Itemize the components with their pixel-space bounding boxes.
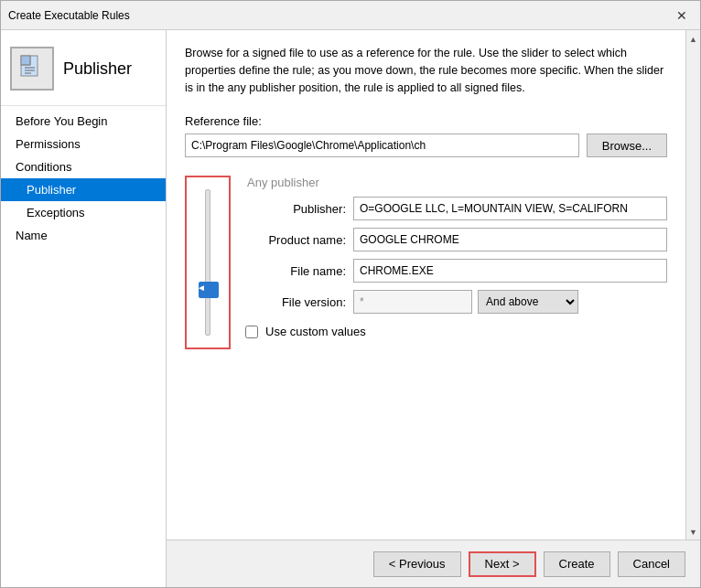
custom-values-checkbox[interactable]: [245, 326, 258, 338]
custom-values-label: Use custom values: [265, 325, 366, 338]
scroll-up-arrow[interactable]: ▲: [689, 32, 697, 47]
window-title: Create Executable Rules: [8, 9, 671, 22]
title-bar: Create Executable Rules ✕: [1, 1, 700, 30]
file-name-input[interactable]: [353, 259, 667, 283]
file-version-input[interactable]: [353, 290, 472, 314]
browse-button[interactable]: Browse...: [587, 134, 667, 157]
scrollbar[interactable]: ▲ ▼: [685, 30, 700, 540]
slider-container: [185, 176, 231, 349]
document-icon: [17, 54, 47, 83]
create-button[interactable]: Create: [544, 551, 610, 577]
sidebar-header: Publisher: [1, 37, 166, 106]
slider-thumb[interactable]: [199, 282, 219, 298]
sidebar-item-before-you-begin[interactable]: Before You Begin: [1, 110, 166, 133]
sidebar-item-conditions[interactable]: Conditions: [1, 155, 166, 178]
cancel-button[interactable]: Cancel: [618, 551, 685, 577]
content-area: Publisher Before You Begin Permissions C…: [1, 30, 700, 587]
svg-rect-1: [21, 56, 30, 65]
publisher-field-row: Publisher:: [245, 197, 667, 220]
version-row: And above And below Exactly: [353, 290, 578, 314]
sidebar-item-publisher[interactable]: Publisher: [1, 178, 166, 201]
fields-area: Any publisher Publisher: Product name: F: [245, 176, 667, 349]
product-name-input[interactable]: [353, 228, 667, 251]
main-panel: Browse for a signed file to use as a ref…: [167, 30, 700, 587]
product-name-field-row: Product name:: [245, 228, 667, 251]
description-text: Browse for a signed file to use as a ref…: [185, 45, 667, 96]
product-name-label: Product name:: [245, 233, 346, 247]
file-version-label: File version:: [245, 295, 346, 309]
sidebar-icon: [10, 47, 54, 91]
main-window: Create Executable Rules ✕ Publisher: [0, 0, 701, 588]
ref-file-label: Reference file:: [185, 114, 667, 128]
file-name-field-row: File name:: [245, 259, 667, 283]
publisher-input[interactable]: [353, 197, 667, 220]
sidebar: Publisher Before You Begin Permissions C…: [1, 30, 167, 587]
close-button[interactable]: ✕: [671, 5, 693, 27]
main-panel-inner: Browse for a signed file to use as a ref…: [167, 30, 700, 540]
previous-button[interactable]: < Previous: [373, 551, 461, 577]
ref-file-input[interactable]: [185, 134, 579, 157]
sidebar-item-name[interactable]: Name: [1, 224, 166, 247]
sidebar-header-title: Publisher: [63, 59, 132, 79]
publisher-label: Publisher:: [245, 202, 346, 216]
ref-file-row: Browse...: [185, 134, 667, 157]
slider-track[interactable]: [205, 189, 210, 336]
main-content: Browse for a signed file to use as a ref…: [167, 30, 685, 540]
sidebar-item-permissions[interactable]: Permissions: [1, 133, 166, 155]
scroll-down-arrow[interactable]: ▼: [689, 525, 697, 540]
file-version-field-row: File version: And above And below Exactl…: [245, 290, 667, 314]
slider-fields-row: Any publisher Publisher: Product name: F: [185, 176, 667, 349]
file-name-label: File name:: [245, 264, 346, 278]
next-button[interactable]: Next >: [469, 551, 536, 577]
any-publisher-label: Any publisher: [245, 176, 667, 189]
version-select[interactable]: And above And below Exactly: [478, 290, 578, 314]
sidebar-item-exceptions[interactable]: Exceptions: [1, 201, 166, 224]
bottom-bar: < Previous Next > Create Cancel: [167, 540, 700, 587]
custom-values-row: Use custom values: [245, 325, 667, 338]
